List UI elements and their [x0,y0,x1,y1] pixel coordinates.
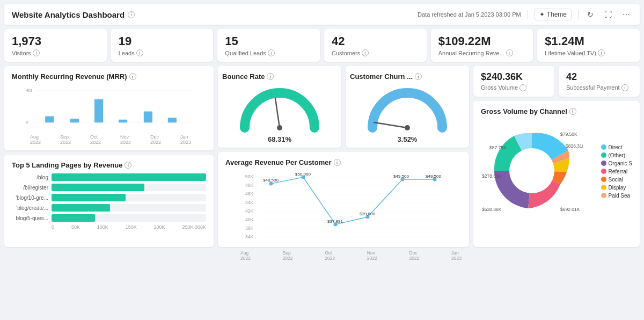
ltv-info[interactable]: i [598,49,605,56]
svg-point-11 [277,125,282,130]
legend-dot-display [601,185,606,190]
churn-title: Customer Churn ... i [350,72,422,81]
title-info-icon[interactable]: i [128,11,135,18]
avg-x-label-4: Dec2022 [409,250,419,261]
legend-label-direct: Direct [609,144,623,150]
visitors-info[interactable]: i [33,49,40,56]
mrr-x-label-3: Nov2022 [120,135,131,146]
leads-label: Leads i [119,49,206,56]
kpi-visitors: 1,973 Visitors i [4,29,107,62]
hbar-row-3: 'blog/create... [12,204,206,212]
donut-info[interactable]: i [569,108,576,115]
avg-rev-info[interactable]: i [334,159,341,166]
avg-x-label-3: Nov2022 [367,250,377,261]
svg-text:$79.50K: $79.50K [560,132,577,137]
successful-payment-kpi: 42 Successful Payment i [559,66,640,97]
kpi-arr: $109.22M Annual Recurring Reve... i [431,29,533,62]
hbar-label-0: /blog [12,174,48,180]
landing-title: Top 5 Landing Pages by Revenue i [12,161,206,169]
legend-dot-paid [601,193,606,198]
mrr-x-label-0: Aug2022 [30,135,41,146]
qualified-leads-value: 15 [225,34,312,48]
svg-rect-7 [119,120,127,122]
landing-info[interactable]: i [125,162,131,169]
hbar-row-4: blog/5-ques... [12,214,206,222]
divider2 [578,10,579,19]
legend-paid: Paid Sea [601,193,632,199]
more-icon[interactable]: ⋯ [620,9,632,20]
mrr-svg: 4M 0 [12,85,206,133]
refresh-text: Data refreshed at Jan 5,2023 03:00 PM [418,11,521,18]
fullscreen-icon[interactable]: ⛶ [602,9,614,20]
kpi-ltv: $1.24M Lifetime Value(LTV) i [537,29,640,62]
svg-text:$692.01K: $692.01K [560,207,580,212]
hbar-track-3 [52,204,206,212]
svg-text:42K: 42K [245,208,253,214]
kpi-right-row: $240.36K Gross Volume i 42 Successful Pa… [473,66,640,97]
theme-button[interactable]: ✦ Theme [535,9,572,20]
churn-gauge-svg [364,85,450,133]
divider [528,10,528,19]
hbar-label-1: /bi/register [12,185,48,191]
cust-info[interactable]: i [362,49,369,56]
svg-text:46K: 46K [245,191,253,197]
legend-organic: Organic S [601,161,632,166]
kpi-qualified-leads: 15 Qualified Leads i [217,29,320,62]
col-left: Monthly Recurring Revenue (MRR) i 4M 0 [4,66,214,247]
legend-dot-social [601,177,606,182]
kpi-leads: 19 Leads i [111,29,214,62]
churn-info[interactable]: i [415,73,422,80]
svg-text:48K: 48K [245,183,253,188]
header-left: Website Analytics Dashboard i [12,10,135,19]
ql-info[interactable]: i [268,49,275,56]
gv-info[interactable]: i [519,84,526,91]
bounce-info[interactable]: i [267,73,274,80]
donut-svg: $79.50K $826.31K $692.01K $530.36K $278.… [481,120,583,222]
svg-text:50K: 50K [245,174,253,179]
svg-rect-5 [70,119,79,122]
donut-area: $79.50K $826.31K $692.01K $530.36K $278.… [481,120,632,223]
avg-rev-svg: 50K 48K 46K 44K 42K 40K 38K 34K [225,171,462,249]
hbar-fill-1 [52,184,144,191]
legend-referral: Referral [601,169,632,174]
mrr-info[interactable]: i [129,73,136,80]
col-right: $240.36K Gross Volume i 42 Successful Pa… [473,66,640,247]
legend-label-social: Social [609,177,623,183]
sp-info[interactable]: i [621,84,628,91]
gross-vol-value: $240.36K [481,71,547,83]
legend-display: Display [601,185,632,191]
svg-text:$39,800: $39,800 [360,212,375,216]
legend-direct: Direct [601,144,632,150]
avg-x-label-5: Jan2023 [451,250,462,261]
avg-revenue-card: Average Revenue Per Customer i 50K 48K 4… [218,152,469,247]
dashboard: Website Analytics Dashboard i Data refre… [0,0,644,320]
hbar-fill-4 [52,214,95,222]
hbar-fill-2 [52,194,126,201]
hbar-track-1 [52,184,206,191]
refresh-icon[interactable]: ↻ [585,9,596,20]
sun-icon: ✦ [539,11,545,18]
kpi-row: 1,973 Visitors i 19 Leads i 15 Qualified… [4,29,640,62]
legend-other: (Other) [601,152,632,158]
mrr-x-label-4: Dec2022 [150,135,161,146]
landing-pages-card: Top 5 Landing Pages by Revenue i /blog /… [4,155,214,247]
header-right: Data refreshed at Jan 5,2023 03:00 PM ✦ … [418,9,632,20]
success-pay-value: 42 [566,71,632,83]
svg-point-13 [405,125,410,130]
svg-text:40K: 40K [245,217,253,222]
hbar-track-4 [52,214,206,222]
mrr-card: Monthly Recurring Revenue (MRR) i 4M 0 [4,66,214,150]
svg-text:$87.75K: $87.75K [489,145,507,150]
customers-value: 42 [332,34,419,48]
hbar-label-2: 'blog/10-gre... [12,195,48,201]
arr-info[interactable]: i [506,49,513,56]
donut-chart-container: $79.50K $826.31K $692.01K $530.36K $278.… [481,120,583,223]
donut-legend: Direct (Other) Organic S Referral [601,144,632,199]
success-pay-label: Successful Payment i [566,84,632,91]
bounce-gauge-svg [237,85,323,133]
legend-social: Social [601,177,632,183]
legend-label-paid: Paid Sea [609,193,631,199]
svg-text:44K: 44K [245,200,253,205]
leads-info[interactable]: i [136,49,143,56]
svg-text:$37,891: $37,891 [327,219,343,224]
